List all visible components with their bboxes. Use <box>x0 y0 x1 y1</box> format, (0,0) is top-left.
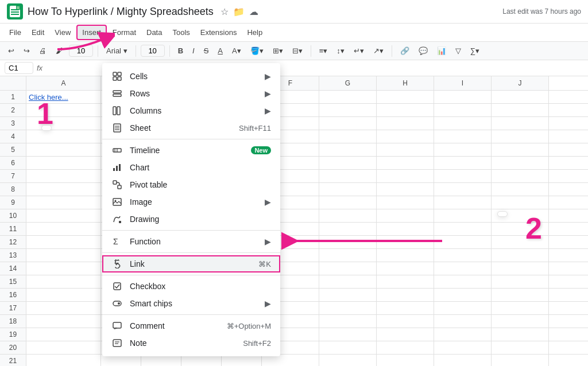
cell-a1[interactable]: Click here... <box>26 91 101 103</box>
cell-a14[interactable] <box>26 262 101 275</box>
filter-button[interactable]: ▽ <box>452 44 465 57</box>
star-icon[interactable]: ☆ <box>220 6 229 17</box>
font-selector[interactable]: Arial ▾ <box>103 44 131 57</box>
insert-sheet-item[interactable]: Sheet Shift+F11 <box>102 119 280 137</box>
cell-g21[interactable] <box>319 355 377 366</box>
cell-j2[interactable] <box>492 104 549 116</box>
folder-icon[interactable]: 📁 <box>233 6 245 17</box>
cell-j6[interactable] <box>492 157 549 169</box>
cell-a9[interactable] <box>26 196 101 209</box>
col-header-h[interactable]: H <box>377 76 434 90</box>
insert-columns-item[interactable]: Columns ▶ <box>102 102 280 119</box>
cell-e21[interactable] <box>222 355 262 366</box>
cell-i13[interactable] <box>434 249 492 262</box>
cell-h16[interactable] <box>377 289 434 301</box>
cell-h1[interactable] <box>377 91 434 103</box>
cell-h12[interactable] <box>377 236 434 248</box>
cell-j13[interactable] <box>492 249 549 262</box>
cell-a8[interactable] <box>26 183 101 196</box>
cell-j1[interactable] <box>492 91 549 103</box>
merge-button[interactable]: ⊟▾ <box>289 44 306 57</box>
cell-j14[interactable] <box>492 262 549 275</box>
cell-j3[interactable] <box>492 117 549 130</box>
insert-image-item[interactable]: Image ▶ <box>102 193 280 211</box>
cell-i14[interactable] <box>434 262 492 275</box>
menu-view[interactable]: View <box>50 26 75 39</box>
cell-j12[interactable] <box>492 236 549 248</box>
cell-i12[interactable] <box>434 236 492 248</box>
insert-pivot-item[interactable]: Pivot table <box>102 176 280 193</box>
cell-h21[interactable] <box>377 355 434 366</box>
cell-i18[interactable] <box>434 315 492 328</box>
cell-d21[interactable] <box>181 355 222 366</box>
cell-a12[interactable] <box>26 236 101 248</box>
cell-g11[interactable] <box>319 223 377 235</box>
cell-i4[interactable] <box>434 130 492 143</box>
cell-h17[interactable] <box>377 302 434 314</box>
cell-i21[interactable] <box>434 355 492 366</box>
link-button[interactable]: 🔗 <box>397 44 413 57</box>
redo-button[interactable]: ↪ <box>20 44 33 57</box>
cell-a16[interactable] <box>26 289 101 301</box>
cell-b21[interactable] <box>101 355 141 366</box>
cell-a15[interactable] <box>26 275 101 288</box>
insert-smart-chips-item[interactable]: Smart chips ▶ <box>102 295 280 312</box>
cell-h15[interactable] <box>377 275 434 288</box>
cell-g4[interactable] <box>319 130 377 143</box>
borders-button[interactable]: ⊞▾ <box>269 44 287 57</box>
cell-g15[interactable] <box>319 275 377 288</box>
bold-button[interactable]: B <box>175 44 187 57</box>
cell-a13[interactable] <box>26 249 101 262</box>
cell-g2[interactable] <box>319 104 377 116</box>
cell-i19[interactable] <box>434 328 492 341</box>
valign-button[interactable]: ↕▾ <box>333 44 348 57</box>
cell-j21[interactable] <box>492 355 549 366</box>
cell-a2[interactable] <box>26 104 101 116</box>
print-button[interactable]: 🖨 <box>36 44 50 57</box>
menu-insert[interactable]: Insert <box>76 25 107 40</box>
cell-j7[interactable] <box>492 170 549 182</box>
cell-i10[interactable] <box>434 209 492 222</box>
cell-a1-link[interactable]: Click here... <box>29 93 68 102</box>
insert-drawing-item[interactable]: Drawing <box>102 211 280 228</box>
cell-i20[interactable] <box>434 341 492 354</box>
cell-g7[interactable] <box>319 170 377 182</box>
cell-i8[interactable] <box>434 183 492 196</box>
insert-timeline-item[interactable]: Timeline New <box>102 142 280 159</box>
cell-j4[interactable] <box>492 130 549 143</box>
cell-g19[interactable] <box>319 328 377 341</box>
cell-a18[interactable] <box>26 315 101 328</box>
cell-h11[interactable] <box>377 223 434 235</box>
cell-g3[interactable] <box>319 117 377 130</box>
cell-c21[interactable] <box>141 355 181 366</box>
cell-a10[interactable] <box>26 209 101 222</box>
cell-a20[interactable] <box>26 341 101 354</box>
col-header-i[interactable]: I <box>434 76 492 90</box>
text-color-button[interactable]: A▾ <box>229 44 245 57</box>
undo-button[interactable]: ↩ <box>5 44 18 57</box>
cloud-icon[interactable]: ☁ <box>249 6 258 17</box>
rotate-button[interactable]: ↗▾ <box>370 44 387 57</box>
cell-h18[interactable] <box>377 315 434 328</box>
cell-i6[interactable] <box>434 157 492 169</box>
cell-h2[interactable] <box>377 104 434 116</box>
cell-i15[interactable] <box>434 275 492 288</box>
cell-a7[interactable] <box>26 170 101 182</box>
menu-extensions[interactable]: Extensions <box>196 26 242 39</box>
cell-j20[interactable] <box>492 341 549 354</box>
cell-a19[interactable] <box>26 328 101 341</box>
cell-h14[interactable] <box>377 262 434 275</box>
cell-j17[interactable] <box>492 302 549 314</box>
cell-j18[interactable] <box>492 315 549 328</box>
menu-file[interactable]: File <box>5 26 26 39</box>
italic-button[interactable]: I <box>189 44 198 57</box>
cell-i9[interactable] <box>434 196 492 209</box>
cell-j9[interactable] <box>492 196 549 209</box>
insert-link-item[interactable]: Link ⌘K <box>102 255 280 272</box>
insert-comment-item[interactable]: Comment ⌘+Option+M <box>102 317 280 334</box>
cell-g6[interactable] <box>319 157 377 169</box>
col-header-g[interactable]: G <box>319 76 377 90</box>
insert-checkbox-item[interactable]: Checkbox <box>102 278 280 295</box>
cell-i17[interactable] <box>434 302 492 314</box>
zoom-box[interactable]: 10 <box>69 45 93 57</box>
